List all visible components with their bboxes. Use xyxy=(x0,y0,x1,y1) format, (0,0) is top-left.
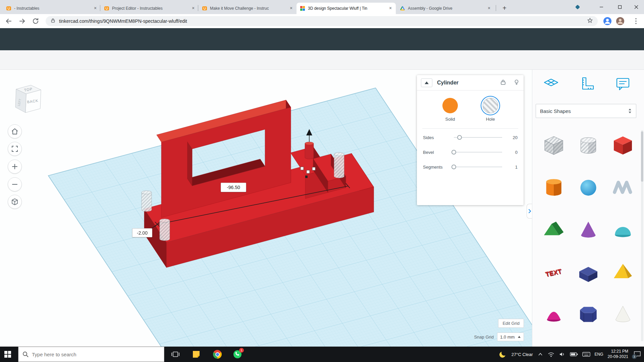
visibility-bulb-icon[interactable] xyxy=(514,79,520,86)
shape-inspector: Cylinder Solid Hole xyxy=(417,75,524,205)
screen: - Instructables × Project Editor - Instr… xyxy=(0,0,644,362)
perspective-toggle-button[interactable] xyxy=(8,195,22,209)
material-solid[interactable]: Solid xyxy=(442,98,458,122)
fit-view-button[interactable] xyxy=(8,142,22,156)
tinkercad-header: TIN KER CAD Spectacular Wluff All change… xyxy=(0,28,644,50)
tab-close-icon[interactable]: × xyxy=(388,6,393,11)
tab-close-icon[interactable]: × xyxy=(288,6,294,11)
solid-swatch[interactable] xyxy=(442,98,458,113)
browser-nav-bar: tinkercad.com/things/9QNWMmEM8PN-spectac… xyxy=(0,14,644,28)
shape-cone[interactable] xyxy=(576,218,600,242)
shape-wedge[interactable] xyxy=(576,260,600,284)
search-input[interactable] xyxy=(32,352,153,357)
account-avatar[interactable] xyxy=(616,17,625,27)
window-maximize-button[interactable] xyxy=(612,0,628,14)
shape-text[interactable]: TEXT TEXT xyxy=(542,260,566,284)
volume-icon[interactable] xyxy=(559,351,566,357)
tab-title: Project Editor - Instructables xyxy=(112,6,188,11)
shape-paraboloid[interactable] xyxy=(542,302,566,326)
shape-box[interactable] xyxy=(611,133,635,158)
slider-knob[interactable] xyxy=(457,135,462,140)
shape-hole-box[interactable] xyxy=(542,133,566,158)
notes-tool-icon[interactable] xyxy=(615,76,631,92)
panel-scrollbar-thumb[interactable] xyxy=(641,131,643,182)
whatsapp-badge: 1 xyxy=(239,348,244,353)
time-text: 12:21 PM xyxy=(608,349,628,354)
tab-google-drive[interactable]: Assembly - Google Drive × xyxy=(396,3,494,14)
wifi-icon[interactable] xyxy=(548,351,554,357)
shape-cylinder[interactable] xyxy=(542,176,566,200)
tray-chevron-up-icon[interactable] xyxy=(537,351,543,357)
whatsapp-icon[interactable]: 1 xyxy=(230,347,245,362)
language-indicator[interactable]: ENG xyxy=(595,352,603,357)
bevel-slider[interactable] xyxy=(454,152,502,153)
zoom-in-button[interactable] xyxy=(8,160,22,174)
snap-grid-label: Snap Grid xyxy=(474,335,494,340)
workplane-tool-icon[interactable] xyxy=(543,76,559,92)
segments-slider[interactable] xyxy=(454,167,502,167)
keyboard-icon[interactable] xyxy=(582,351,590,357)
battery-icon[interactable] xyxy=(570,351,578,357)
hole-swatch[interactable] xyxy=(483,98,498,113)
shape-hole-cylinder[interactable] xyxy=(576,133,600,158)
snap-grid-select[interactable]: 1.0 mm xyxy=(497,333,524,341)
tab-close-icon[interactable]: × xyxy=(191,6,196,11)
search-icon xyxy=(22,351,29,357)
dimension-input-offset[interactable]: -2.00 xyxy=(132,228,152,237)
profile-person-icon[interactable] xyxy=(603,17,612,27)
tab-project-editor[interactable]: Project Editor - Instructables × xyxy=(101,3,199,14)
tab-separator xyxy=(496,5,496,11)
ruler-tool-icon[interactable] xyxy=(579,76,595,92)
taskbar-search[interactable] xyxy=(18,347,164,362)
shape-sphere[interactable] xyxy=(576,176,600,200)
shape-hexagonal-prism[interactable] xyxy=(576,302,600,326)
shape-cone-soft[interactable] xyxy=(611,302,635,326)
shape-pyramid[interactable] xyxy=(611,260,635,284)
back-button[interactable] xyxy=(5,17,13,26)
slider-knob[interactable] xyxy=(451,165,456,169)
browser-tab-bar: - Instructables × Project Editor - Instr… xyxy=(0,0,644,14)
view-home-button[interactable] xyxy=(8,124,22,138)
chrome-icon[interactable] xyxy=(210,347,225,362)
window-close-button[interactable] xyxy=(629,0,644,14)
action-center-icon[interactable]: 3 xyxy=(633,350,642,359)
view-cube[interactable]: TOP BACK LEFT xyxy=(9,78,50,119)
shape-dome[interactable] xyxy=(611,218,635,242)
tab-close-icon[interactable]: × xyxy=(486,6,492,11)
lock-icon[interactable] xyxy=(500,79,506,86)
browser-flag-icon[interactable] xyxy=(574,4,581,12)
shape-category-select[interactable]: Basic Shapes xyxy=(536,104,636,118)
url-bar[interactable]: tinkercad.com/things/9QNWMmEM8PN-spectac… xyxy=(46,16,598,26)
clock[interactable]: 12:21 PM 20-09-2021 xyxy=(608,349,628,359)
panel-collapse-button[interactable] xyxy=(527,204,532,219)
material-hole[interactable]: Hole xyxy=(483,98,498,122)
zoom-out-button[interactable] xyxy=(8,177,22,191)
instructables-favicon-icon xyxy=(104,6,109,11)
start-button[interactable] xyxy=(0,347,15,362)
shapes-panel: Basic Shapes xyxy=(532,70,644,347)
browser-menu-icon[interactable] xyxy=(632,17,640,26)
sides-slider[interactable] xyxy=(454,137,502,138)
shape-roof[interactable] xyxy=(542,218,566,242)
tab-close-icon[interactable]: × xyxy=(93,6,98,11)
drive-favicon-icon xyxy=(400,6,405,11)
instructables-favicon-icon xyxy=(6,6,11,11)
sticky-notes-icon[interactable] xyxy=(189,347,204,362)
instructables-favicon-icon xyxy=(202,6,207,11)
new-tab-button[interactable]: + xyxy=(500,4,509,13)
reload-button[interactable] xyxy=(32,17,40,26)
tab-tinkercad-active[interactable]: 3D design Spectacular Wluff | Tin × xyxy=(297,3,396,14)
task-view-icon[interactable] xyxy=(168,347,183,362)
weather-text[interactable]: 27°C Clear xyxy=(512,352,533,357)
inspector-collapse-button[interactable] xyxy=(421,78,432,87)
window-minimize-button[interactable] xyxy=(594,0,609,14)
edit-grid-button[interactable]: Edit Grid xyxy=(498,319,524,328)
bookmark-star-icon[interactable] xyxy=(587,17,593,25)
shape-scribble[interactable] xyxy=(611,176,635,200)
tab-instructables[interactable]: - Instructables × xyxy=(3,3,101,14)
tab-make-it-move[interactable]: Make it Move Challenge - Instruc × xyxy=(199,3,297,14)
forward-button[interactable] xyxy=(18,17,26,26)
slider-knob[interactable] xyxy=(451,150,456,155)
dimension-input-length[interactable]: -96.50 xyxy=(221,183,246,192)
stepper-arrows-icon xyxy=(628,108,632,114)
